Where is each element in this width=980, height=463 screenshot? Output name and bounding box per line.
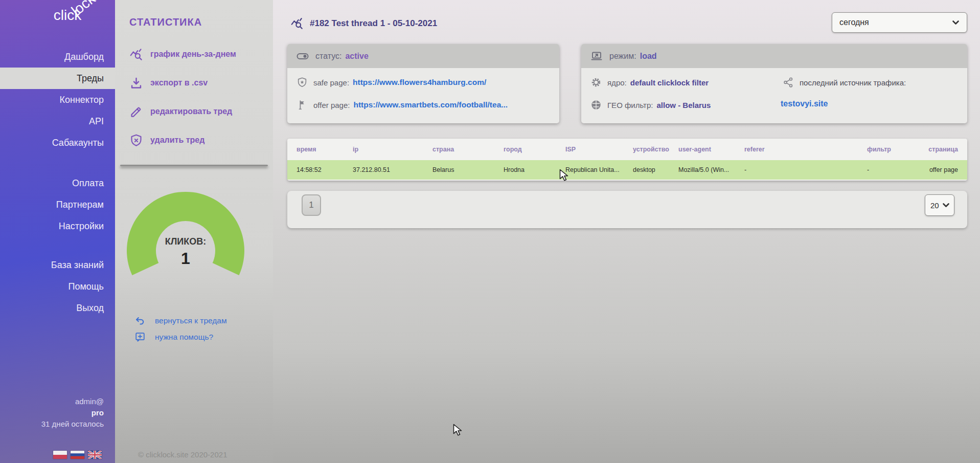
- sidebar-item-connector[interactable]: Коннектор: [0, 89, 115, 111]
- traffic-source-link-row: testovyi.site: [781, 99, 828, 108]
- cell-ip: 37.212.80.51: [344, 160, 423, 180]
- laptop-share-icon: [590, 50, 603, 62]
- status-box-header: статус: active: [287, 44, 559, 68]
- action-label: график день-за-днем: [150, 50, 236, 59]
- core-row: ядро: default clicklock filter: [590, 77, 709, 88]
- period-select-value: сегодня: [839, 18, 869, 27]
- edit-thread-button[interactable]: редактировать тред: [115, 97, 273, 126]
- delete-thread-button[interactable]: удалить тред: [115, 126, 273, 155]
- cell-referer: -: [735, 160, 858, 180]
- gear-icon: [590, 77, 602, 88]
- chevron-down-icon: [942, 203, 950, 208]
- cell-user-agent: Mozilla/5.0 (Win...: [669, 160, 735, 180]
- action-label: редактировать тред: [150, 107, 232, 116]
- pagination-bar: 1 20: [287, 191, 967, 228]
- mode-box: режим: load ядро: default clicklock filt…: [581, 44, 967, 123]
- chart-day-by-day-button[interactable]: график день-за-днем: [115, 40, 273, 69]
- table-row[interactable]: 14:58:52 37.212.80.51 Belarus Hrodna Rep…: [287, 160, 967, 180]
- account-days-left: 31 дней осталось: [41, 418, 104, 430]
- mode-value: load: [640, 52, 657, 61]
- back-to-threads-link[interactable]: вернуться к тредам: [134, 315, 227, 326]
- gauge-label: КЛИКОВ:: [125, 236, 246, 247]
- clicks-table: время ip страна город ISP устройство use…: [287, 139, 967, 181]
- sidebar-item-subaccounts[interactable]: Сабакаунты: [0, 132, 115, 153]
- cell-page: offer page: [914, 160, 967, 180]
- sidebar-item-payment[interactable]: Оплата: [0, 172, 115, 194]
- link-label: вернуться к тредам: [155, 316, 227, 325]
- page-size-select[interactable]: 20: [925, 194, 954, 216]
- undo-icon: [134, 315, 146, 326]
- sidebar: clicklock Дашборд Треды Коннектор API Са…: [0, 0, 115, 463]
- statistics-title: СТАТИСТИКА: [129, 16, 202, 28]
- mode-label: режим:: [609, 52, 636, 61]
- traffic-source-link[interactable]: testovyi.site: [781, 99, 828, 108]
- geo-filter-label: ГЕО фильтр:: [607, 101, 653, 109]
- safe-page-link[interactable]: https://www.flowers4hamburg.com/: [353, 78, 486, 87]
- col-header-time: время: [287, 139, 344, 160]
- sidebar-item-threads[interactable]: Треды: [0, 68, 115, 89]
- chart-search-icon: [129, 48, 143, 61]
- russia-flag[interactable]: [71, 451, 84, 459]
- sidebar-menu: Дашборд Треды Коннектор API Сабакаунты О…: [0, 46, 115, 319]
- col-header-ip: ip: [344, 139, 423, 160]
- col-header-isp: ISP: [556, 139, 624, 160]
- flag-icon: [297, 99, 308, 111]
- share-icon: [783, 77, 794, 88]
- last-traffic-source-label: последний источник трафика:: [800, 78, 906, 87]
- cell-isp: Republican Unita...: [556, 160, 624, 180]
- status-label: статус:: [315, 52, 341, 61]
- offer-page-link[interactable]: https://www.smartbets.com/football/tea..…: [353, 100, 508, 109]
- cell-device: desktop: [624, 160, 669, 180]
- cell-city: Hrodna: [494, 160, 556, 180]
- sidebar-item-api[interactable]: API: [0, 111, 115, 132]
- globe-icon: [590, 99, 602, 111]
- safe-page-label: safe page:: [313, 78, 349, 87]
- gauge-value: 1: [125, 249, 246, 268]
- statistics-panel: СТАТИСТИКА график день-за-днем экспорт в…: [115, 0, 273, 463]
- col-header-user-agent: user-agent: [669, 139, 735, 160]
- status-box: статус: active safe page: https://www.fl…: [287, 44, 559, 123]
- col-header-page: страница: [914, 139, 967, 160]
- page-size-value: 20: [930, 201, 939, 210]
- sidebar-item-knowledge-base[interactable]: База знаний: [0, 254, 115, 276]
- mode-box-header: режим: load: [581, 44, 967, 68]
- account-plan: pro: [41, 407, 104, 418]
- sidebar-item-logout[interactable]: Выход: [0, 297, 115, 319]
- cell-country: Belarus: [423, 160, 494, 180]
- safe-page-row: safe page: https://www.flowers4hamburg.c…: [297, 77, 486, 88]
- chevron-down-icon: [952, 20, 960, 26]
- shield-x-icon: [129, 134, 143, 147]
- col-header-filter: фильтр: [858, 139, 914, 160]
- geo-filter-value: allow - Belarus: [656, 101, 711, 109]
- uk-flag[interactable]: [88, 451, 102, 459]
- account-email: admin@: [41, 396, 104, 407]
- col-header-country: страна: [423, 139, 494, 160]
- geo-filter-row: ГЕО фильтр: allow - Belarus: [590, 99, 711, 111]
- sidebar-item-partners[interactable]: Партнерам: [0, 194, 115, 215]
- clicklock-logo[interactable]: clicklock: [54, 7, 107, 24]
- main-content: #182 Test thread 1 - 05-10-2021 сегодня …: [273, 0, 980, 463]
- page-1-button[interactable]: 1: [302, 194, 321, 216]
- action-label: удалить тред: [150, 136, 204, 145]
- export-csv-button[interactable]: экспорт в .csv: [115, 69, 273, 97]
- sidebar-item-dashboard[interactable]: Дашборд: [0, 46, 115, 68]
- offer-page-label: offer page:: [313, 101, 350, 109]
- shield-star-icon: [297, 77, 308, 88]
- link-label: нужна помощь?: [155, 333, 213, 342]
- need-help-link[interactable]: нужна помощь?: [134, 332, 213, 343]
- period-select[interactable]: сегодня: [832, 12, 967, 33]
- col-header-device: устройство: [624, 139, 669, 160]
- col-header-referer: referer: [735, 139, 858, 160]
- table-header-row: время ip страна город ISP устройство use…: [287, 139, 967, 160]
- core-value: default clicklock filter: [630, 78, 709, 87]
- cell-filter: -: [858, 160, 914, 180]
- offer-page-row: offer page: https://www.smartbets.com/fo…: [297, 99, 508, 111]
- app-screen: clicklock Дашборд Треды Коннектор API Са…: [0, 0, 980, 463]
- thread-actions: график день-за-днем экспорт в .csv редак…: [115, 40, 273, 155]
- pencil-icon: [129, 105, 143, 119]
- sidebar-item-settings[interactable]: Настройки: [0, 215, 115, 237]
- cell-time: 14:58:52: [287, 160, 344, 180]
- sidebar-item-help[interactable]: Помощь: [0, 276, 115, 297]
- poland-flag[interactable]: [53, 451, 67, 459]
- toggle-icon: [297, 50, 309, 62]
